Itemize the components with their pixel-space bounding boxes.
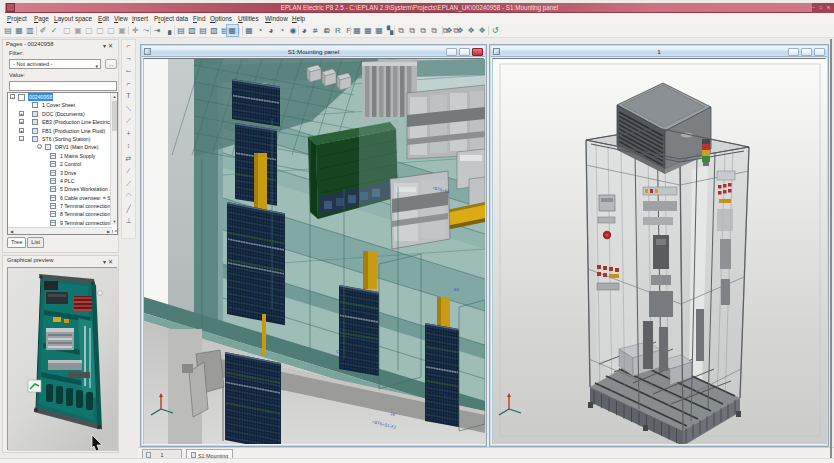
svg-text:C: C: [336, 349, 339, 354]
svg-text:S1: S1: [454, 287, 460, 292]
svg-text:C: C: [444, 393, 447, 398]
